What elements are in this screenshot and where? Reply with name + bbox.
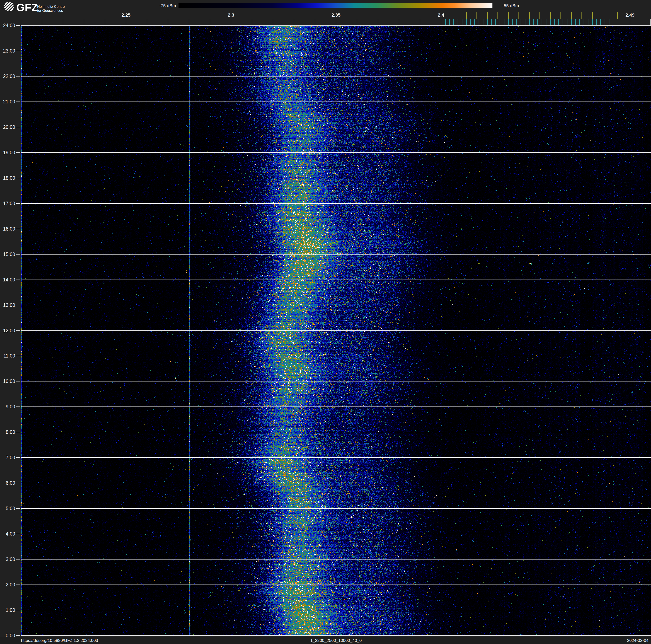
- hour-gridline: [21, 534, 651, 534]
- hour-gridline: [21, 203, 651, 204]
- freq-tick: [336, 19, 336, 25]
- ble-channel-tick: [525, 19, 525, 25]
- colorbar-gradient: [179, 3, 492, 8]
- time-label: 2:00: [0, 582, 15, 587]
- hour-gridline: [21, 635, 651, 636]
- freq-tick: [399, 19, 399, 25]
- hour-gridlines: [21, 25, 651, 636]
- colorbar-min-label: -75 dBm: [155, 3, 176, 8]
- ble-channel-tick: [567, 19, 567, 25]
- hour-gridline: [21, 483, 651, 483]
- freq-tick: [441, 19, 441, 25]
- hour-gridline: [21, 229, 651, 229]
- time-tick: [17, 203, 20, 204]
- time-tick: [17, 585, 20, 585]
- freq-tick: [189, 19, 189, 25]
- ble-channel-tick: [546, 19, 547, 25]
- time-label: 10:00: [0, 379, 15, 384]
- wifi-channel-tick: [476, 12, 477, 19]
- hour-gridline: [21, 330, 651, 331]
- ble-channel-tick: [483, 19, 484, 25]
- ble-channel-tick: [579, 19, 580, 25]
- time-label: 19:00: [0, 150, 15, 155]
- ble-channel-tick: [550, 19, 551, 25]
- time-tick: [17, 330, 20, 331]
- ble-channel-tick: [504, 19, 504, 25]
- footer-bar: https://doi.org/10.5880/GFZ.1.2.2024.003…: [0, 637, 651, 644]
- wifi-channel-tick: [582, 12, 582, 19]
- wifi-channel-tick: [529, 12, 530, 19]
- hour-gridline: [21, 254, 651, 255]
- time-tick: [17, 280, 20, 280]
- ble-channel-tick: [478, 19, 479, 25]
- hour-gridline: [21, 356, 651, 356]
- time-label: 16:00: [0, 226, 15, 232]
- ble-channel-tick: [533, 19, 534, 25]
- freq-tick: [63, 19, 63, 25]
- hour-gridline: [21, 25, 651, 26]
- time-tick: [17, 407, 20, 407]
- ble-channel-tick: [609, 19, 610, 25]
- freq-tick-label: 2.49: [626, 12, 634, 18]
- time-label: 15:00: [0, 252, 15, 257]
- time-tick: [17, 508, 20, 509]
- time-tick: [17, 25, 20, 26]
- freq-tick: [105, 19, 105, 25]
- wifi-channel-tick: [560, 12, 561, 19]
- wifi-channel-tick: [539, 12, 540, 19]
- time-label: 11:00: [0, 353, 15, 358]
- freq-tick: [357, 19, 357, 25]
- ble-channel-tick: [521, 19, 521, 25]
- doi-label: https://doi.org/10.5880/GFZ.1.2.2024.003: [21, 637, 98, 644]
- hour-gridline: [21, 432, 651, 432]
- ble-channel-tick: [458, 19, 458, 25]
- time-tick: [17, 101, 20, 102]
- hour-gridline: [21, 127, 651, 127]
- hour-gridline: [21, 178, 651, 178]
- ble-channel-tick: [474, 19, 475, 25]
- dataset-id-label: 1_2200_2500_10000_40_0: [310, 637, 362, 644]
- freq-tick: [252, 19, 252, 25]
- ble-channel-tick: [462, 19, 462, 25]
- freq-tick: [147, 19, 147, 25]
- time-label: 14:00: [0, 277, 15, 283]
- time-tick: [17, 254, 20, 255]
- ble-channel-tick: [558, 19, 559, 25]
- time-label: 22:00: [0, 74, 15, 79]
- wifi-channel-tick: [592, 12, 593, 19]
- time-tick: [17, 229, 20, 229]
- time-label: 20:00: [0, 124, 15, 130]
- time-tick: [17, 483, 20, 483]
- time-tick: [17, 534, 20, 534]
- freq-tick: [168, 19, 168, 25]
- time-tick: [17, 432, 20, 432]
- ble-channel-tick: [470, 19, 471, 25]
- gfz-org-text: Helmholtz Centre for Geosciences: [37, 5, 65, 12]
- ble-channel-tick: [529, 19, 530, 25]
- freq-tick: [650, 19, 651, 25]
- hour-gridline: [21, 585, 651, 585]
- ble-channel-tick: [600, 19, 601, 25]
- gfz-globe-icon: [4, 2, 14, 11]
- ble-channel-tick: [554, 19, 555, 25]
- time-tick: [17, 178, 20, 178]
- ble-channel-tick: [596, 19, 597, 25]
- time-label: 7:00: [0, 455, 15, 460]
- hour-gridline: [21, 559, 651, 559]
- ble-channel-tick: [592, 19, 593, 25]
- time-label: 17:00: [0, 201, 15, 206]
- wifi-channel-tick: [617, 12, 618, 19]
- freq-tick: [420, 19, 420, 25]
- ble-channel-tick: [512, 19, 513, 25]
- wifi-channel-tick: [571, 12, 571, 19]
- time-tick: [17, 152, 20, 153]
- ble-channel-tick: [495, 19, 496, 25]
- time-tick: [17, 559, 20, 559]
- wifi-channel-tick: [466, 12, 467, 19]
- freq-tick: [315, 19, 315, 25]
- time-label: 9:00: [0, 404, 15, 409]
- ble-channel-tick: [563, 19, 563, 25]
- ble-channel-tick: [508, 19, 508, 25]
- freq-tick: [378, 19, 378, 25]
- time-label: 18:00: [0, 175, 15, 181]
